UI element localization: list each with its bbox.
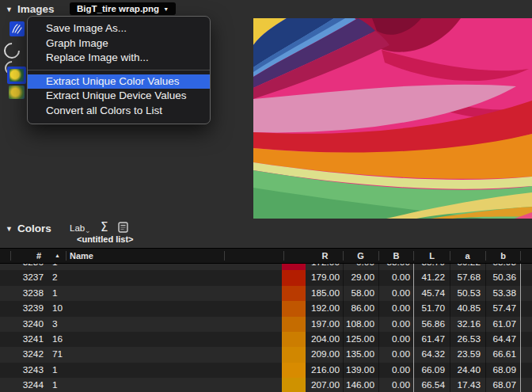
color-rows: 3236 1 172.00 0.00 33.00 38.79 59.22 53.… [0,264,532,392]
chevron-down-icon: ⌄ [85,226,91,234]
color-swatch [282,363,306,378]
table-row[interactable]: 3244 1 207.00 146.00 0.00 66.54 17.43 68… [0,378,532,392]
column-divider [450,251,450,261]
value-G: 108.00 [343,317,374,332]
row-name: 1 [52,363,58,378]
column-header-L[interactable]: L [414,251,450,261]
value-a: 17.43 [450,378,481,392]
image-thumbnail[interactable] [9,86,25,99]
image-file-dropdown[interactable]: BigT_tire wrap.png ▼ [70,2,176,15]
menu-item-extract-unique-device-values[interactable]: Extract Unique Device Values [28,89,210,104]
table-row[interactable]: 3242 71 209.00 135.00 0.00 64.32 23.59 6… [0,347,532,362]
value-B: 0.00 [378,363,410,378]
menu-item-convert-all-colors-to-list[interactable]: Convert all Colors to List [28,104,210,119]
value-R: 216.00 [307,363,340,378]
value-B: 0.00 [378,378,410,392]
image-thumbnail-selected[interactable] [7,67,26,84]
value-a: 40.85 [450,301,481,316]
table-row[interactable]: 3238 1 185.00 58.00 0.00 45.74 50.53 53.… [0,286,532,301]
value-R: 172.00 [307,264,340,270]
pen-tool-icon[interactable] [10,21,25,36]
value-R: 204.00 [307,332,340,347]
menu-item-save-image-as[interactable]: Save Image As... [28,21,210,36]
disclosure-triangle-icon[interactable]: ▼ [6,6,13,13]
row-name: 1 [52,286,58,301]
menu-separator [28,70,210,70]
row-name: 3 [52,317,58,332]
color-list-name[interactable]: <untitled list> [77,234,134,244]
value-a: 50.53 [450,286,481,301]
value-L: 64.32 [414,347,445,362]
column-gridline [450,264,450,392]
value-G: 146.00 [343,378,374,392]
pen-scribble-icon [11,23,23,35]
color-swatch [282,378,306,392]
value-R: 179.00 [307,270,340,285]
column-header-R[interactable]: R [307,251,343,261]
value-B: 0.00 [378,286,410,301]
value-B: 0.00 [378,270,410,285]
color-swatch [282,301,306,316]
color-swatch [282,332,306,347]
image-file-name: BigT_tire wrap.png [77,4,159,13]
dropdown-arrow-icon: ▼ [163,6,169,12]
row-name: 2 [52,270,58,285]
value-L: 38.79 [414,264,445,270]
row-index: 3238 [0,286,44,301]
column-header-num[interactable]: # [36,251,41,261]
row-index: 3239 [0,301,44,316]
column-header-B[interactable]: B [378,251,414,261]
column-header-b[interactable]: b [485,251,521,261]
table-row[interactable]: 3239 10 192.00 86.00 0.00 51.70 40.85 57… [0,301,532,316]
images-panel-header: ▼ Images [6,3,54,15]
circle-icon[interactable] [1,40,23,62]
value-L: 61.47 [414,332,445,347]
table-row[interactable]: 3236 1 172.00 0.00 33.00 38.79 59.22 53.… [0,264,532,270]
colorspace-dropdown[interactable]: Lab [70,223,85,233]
column-header-name[interactable]: Name [70,251,93,261]
value-b: 50.36 [485,270,516,285]
menu-item-replace-image-with[interactable]: Replace Image with... [28,51,210,66]
sort-ascending-icon[interactable]: ▲ [55,253,60,258]
sunflower-thumbnail-icon [10,69,24,82]
value-B: 0.00 [378,301,410,316]
value-R: 197.00 [307,317,340,332]
value-b: 66.61 [485,347,516,362]
app-window: ▼ Images BigT_tire wrap.png ▼ [0,0,532,392]
document-icon [118,222,128,233]
column-divider [413,251,414,261]
value-b: 57.47 [485,301,516,316]
value-a: 24.40 [450,363,481,378]
row-name: 71 [52,347,63,362]
image-preview [253,18,532,219]
menu-item-extract-unique-color-values[interactable]: Extract Unique Color Values [28,74,210,89]
value-B: 0.00 [378,332,410,347]
column-divider [485,251,486,261]
value-R: 207.00 [307,378,340,392]
value-G: 139.00 [343,363,374,378]
value-L: 56.86 [414,317,445,332]
color-table-body: 3236 1 172.00 0.00 33.00 38.79 59.22 53.… [0,264,532,392]
color-swatch [282,270,306,285]
value-L: 45.74 [414,286,445,301]
column-header-G[interactable]: G [343,251,378,261]
disclosure-triangle-icon[interactable]: ▼ [6,225,13,233]
value-a: 59.22 [450,264,481,270]
table-row[interactable]: 3237 2 179.00 29.00 0.00 41.22 57.68 50.… [0,270,532,285]
value-L: 51.70 [414,301,445,316]
color-swatch [282,286,306,301]
value-B: 0.00 [378,317,410,332]
sum-button[interactable]: Σ [101,220,108,234]
row-index: 3244 [0,378,44,392]
column-divider [520,251,521,261]
color-swatch [282,264,306,270]
row-index: 3241 [0,332,44,347]
table-row[interactable]: 3240 3 197.00 108.00 0.00 56.86 32.16 61… [0,317,532,332]
table-row[interactable]: 3241 16 204.00 125.00 0.00 61.47 26.53 6… [0,332,532,347]
value-b: 68.09 [485,363,516,378]
color-swatch [282,317,306,332]
menu-item-graph-image[interactable]: Graph Image [28,36,210,51]
column-header-a[interactable]: a [450,251,485,261]
value-G: 0.00 [343,264,374,270]
table-row[interactable]: 3243 1 216.00 139.00 0.00 66.09 24.40 68… [0,363,532,378]
